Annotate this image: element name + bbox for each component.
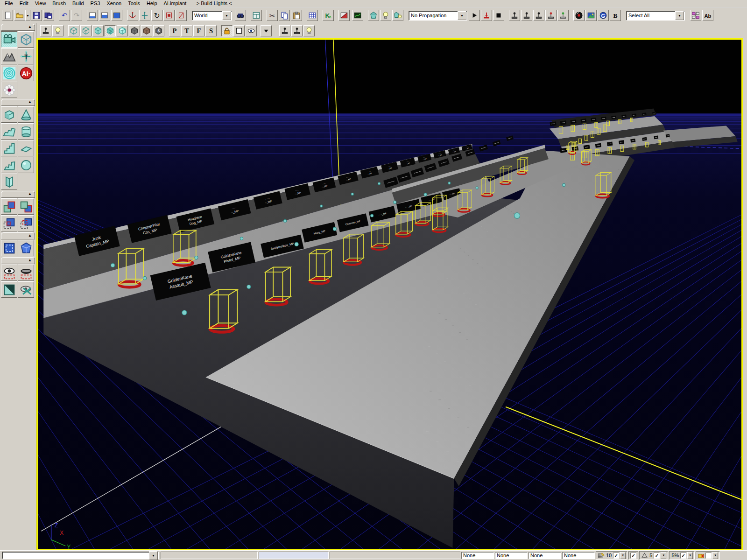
letter-t-button[interactable]: T	[181, 25, 192, 36]
ai-mode-button[interactable]: AI·	[18, 65, 34, 81]
sidebar-section-header-special[interactable]: ▲	[1, 232, 35, 239]
stop-square-button[interactable]	[493, 10, 504, 21]
pathnode-dot[interactable]	[424, 193, 427, 196]
menu-xenon[interactable]: Xenon	[103, 0, 125, 7]
pathnode-dot[interactable]	[476, 187, 478, 189]
scale-tool-button[interactable]	[163, 10, 175, 21]
checkbox[interactable]: ✓	[630, 553, 636, 559]
actor-sign-far[interactable]	[652, 112, 656, 114]
menu-brush[interactable]: Brush	[49, 0, 69, 7]
menu-tools[interactable]: Tools	[125, 0, 143, 7]
letter-p-button[interactable]: P	[169, 25, 180, 36]
pathnode-dot[interactable]	[195, 256, 198, 259]
pathnode-dot[interactable]	[182, 310, 187, 315]
pathnode-dot[interactable]	[295, 242, 298, 246]
prim-cone-button[interactable]	[18, 106, 34, 123]
menu-ai-implant[interactable]: AI.implant	[161, 0, 190, 7]
prim-volume-button[interactable]	[1, 174, 17, 190]
pathnode-dot[interactable]	[247, 285, 251, 289]
propagation-select-combobox[interactable]: No Propagation▼	[409, 11, 467, 21]
controller-2-button[interactable]	[521, 10, 532, 21]
actor-sign-far[interactable]	[666, 134, 670, 137]
actor-sign-far[interactable]	[632, 113, 636, 117]
csg-intersect-button[interactable]	[1, 215, 17, 231]
camera-axis-tool-button[interactable]	[127, 10, 138, 21]
cube-brown-button[interactable]	[141, 25, 152, 36]
prim-stairs-spiral-button[interactable]	[1, 157, 17, 173]
selection-filter-combobox[interactable]: Select All▼	[626, 11, 685, 21]
menu-ps3[interactable]: PS3	[87, 0, 104, 7]
pathnode-dot[interactable]	[394, 201, 396, 203]
prim-sphere-button[interactable]	[18, 157, 34, 173]
globe-g-button[interactable]: G	[598, 10, 609, 21]
perspective-viewport-scene[interactable]: JunkCaptain_MPChopperPilotCos_MPHoughton…	[38, 40, 741, 549]
autosave-box[interactable]	[705, 553, 712, 559]
save-all-button[interactable]	[43, 10, 54, 21]
actor-sign-far[interactable]	[619, 140, 624, 144]
sidebar-section-header-csg[interactable]: ▲	[1, 191, 35, 198]
menu-view[interactable]: View	[32, 0, 49, 7]
actor-properties-button[interactable]	[251, 10, 262, 21]
cube-tex-button[interactable]	[105, 25, 116, 36]
controller-small-button[interactable]	[40, 25, 51, 36]
special-brush-button[interactable]	[1, 240, 17, 256]
prim-cube-button[interactable]	[1, 106, 17, 123]
checkbox[interactable]: ✓	[680, 553, 686, 559]
region-square-button[interactable]	[233, 25, 245, 36]
actor-sign-far[interactable]	[595, 143, 601, 148]
pathnode-dot[interactable]	[371, 214, 374, 217]
csg-subtract-button[interactable]	[18, 198, 34, 215]
new-file-button[interactable]	[2, 10, 13, 21]
chevron-down-icon[interactable]: ▼	[712, 552, 718, 559]
actor-sign-far[interactable]	[642, 137, 647, 141]
open-file-dropdown[interactable]: ▼	[25, 10, 30, 21]
actor-sign-far[interactable]	[601, 117, 606, 120]
letter-s-button[interactable]: S	[205, 25, 217, 36]
undo-button[interactable]: ↶	[59, 10, 70, 21]
invert-selection-button[interactable]	[1, 281, 17, 298]
cube-solid-button[interactable]	[92, 25, 104, 36]
eye-button[interactable]	[246, 25, 257, 36]
lock-button[interactable]	[221, 25, 233, 36]
chevron-down-icon[interactable]: ▼	[687, 552, 693, 559]
prim-cylinder-button[interactable]	[18, 123, 34, 140]
chevron-down-icon[interactable]: ▼	[675, 11, 684, 20]
light-toggle-button[interactable]	[303, 25, 315, 36]
cube-3d-button[interactable]	[18, 31, 34, 48]
menu--build-lights-[interactable]: --> Build Lights <--	[190, 0, 238, 7]
chevron-down-icon[interactable]: ▼	[222, 11, 231, 20]
actor-sign-far[interactable]	[621, 115, 626, 118]
actor-sign-far[interactable]	[607, 142, 613, 146]
paste-button[interactable]	[291, 10, 302, 21]
brush-gem-button[interactable]	[368, 10, 379, 21]
pathnode-dot[interactable]	[563, 183, 565, 186]
menu-help[interactable]: Help	[143, 0, 161, 7]
actor-sign-far[interactable]	[560, 120, 567, 125]
snap-grid-button[interactable]	[307, 10, 318, 21]
find-actor-button[interactable]	[235, 10, 246, 21]
matinee-button[interactable]	[352, 10, 363, 21]
rotate-tool-button[interactable]: ↻	[151, 10, 162, 21]
prim-stairs-curved-button[interactable]	[1, 123, 17, 140]
flower-button[interactable]	[1, 82, 17, 98]
prim-stairs-button[interactable]	[1, 140, 17, 156]
hide-selected-button[interactable]	[18, 265, 34, 281]
open-file-button[interactable]	[14, 10, 25, 21]
cut-button[interactable]: ✂	[267, 10, 278, 21]
add-light-button[interactable]	[380, 10, 391, 21]
light-small-button[interactable]	[52, 25, 63, 36]
cube-dark-button[interactable]	[129, 25, 140, 36]
actor-sign-far[interactable]	[642, 112, 646, 115]
sidebar-section-header-visibility[interactable]: ▲	[1, 257, 35, 264]
menu-build[interactable]: Build	[69, 0, 87, 7]
letter-b-button[interactable]: B	[610, 10, 621, 21]
move-tool-button[interactable]	[139, 10, 150, 21]
drop-arrow-button[interactable]	[261, 25, 272, 36]
pane-split-button[interactable]	[99, 10, 110, 21]
csg-add-button[interactable]	[1, 198, 17, 215]
controller-red-button[interactable]	[545, 10, 557, 21]
pathnode-dot[interactable]	[514, 213, 520, 218]
actor-sign-far[interactable]	[630, 139, 635, 143]
actor-sign-far[interactable]	[611, 116, 616, 119]
controller-green-button[interactable]	[557, 10, 569, 21]
